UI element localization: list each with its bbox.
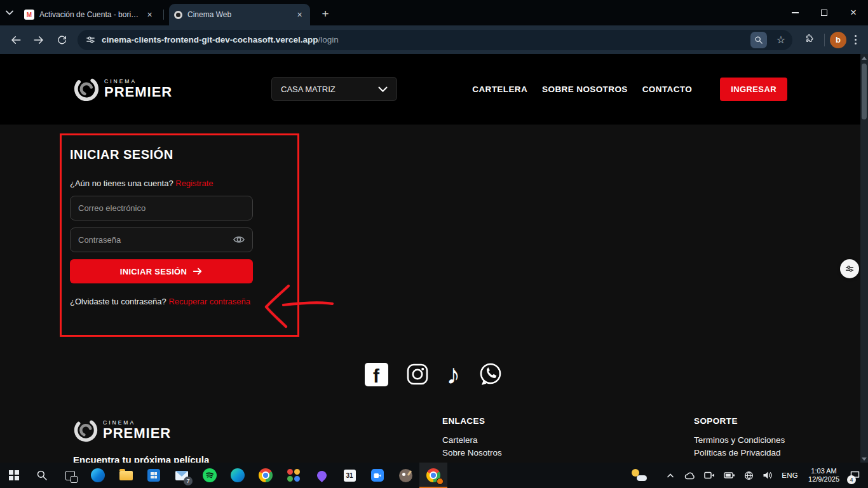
edge-beta-icon	[231, 468, 245, 482]
tab-title: Activación de Cuenta - borisscr	[39, 10, 139, 19]
app-icon-chrome-active[interactable]	[419, 463, 447, 488]
extensions-button[interactable]	[797, 29, 819, 51]
nav-cartelera[interactable]: CARTELERA	[472, 85, 527, 94]
colorful-dots-icon	[287, 469, 300, 482]
register-link[interactable]: Registrate	[175, 179, 213, 188]
close-window-button[interactable]: ×	[839, 0, 868, 25]
weather-button[interactable]	[626, 463, 653, 488]
profile-avatar[interactable]: b	[830, 32, 846, 48]
footer-link-cartelera[interactable]: Cartelera	[442, 434, 502, 447]
app-icon-purple-drop[interactable]	[308, 463, 336, 488]
purple-drop-icon	[315, 468, 328, 482]
volume-indicator[interactable]	[758, 463, 777, 488]
page-scrollbar[interactable]	[860, 54, 868, 463]
page-viewport: CINEMA PREMIER CASA MATRIZ CARTELERA SOB…	[0, 54, 868, 463]
reload-button[interactable]	[51, 29, 72, 51]
password-input[interactable]	[70, 227, 253, 252]
branch-selector[interactable]: CASA MATRIZ	[271, 77, 397, 101]
facebook-icon[interactable]: f	[365, 363, 388, 386]
app-icon-edge-beta[interactable]	[224, 463, 252, 488]
app-icon-chrome[interactable]	[252, 463, 280, 488]
chrome-icon	[259, 468, 273, 482]
tab-search-button[interactable]	[0, 0, 19, 25]
tab-close-icon[interactable]: ×	[144, 10, 155, 20]
footer-link-terminos[interactable]: Terminos y Condiciones	[694, 434, 785, 447]
start-button[interactable]	[0, 463, 28, 488]
premier-logo-icon	[73, 417, 98, 443]
password-visibility-toggle[interactable]	[233, 234, 245, 248]
forward-icon	[33, 34, 44, 46]
edge-icon	[91, 468, 105, 482]
back-button[interactable]	[5, 29, 27, 51]
footer-link-privacidad[interactable]: Políticas de Privacidad	[694, 447, 785, 459]
scroll-up-arrow[interactable]	[860, 54, 868, 62]
tab-close-icon[interactable]: ×	[294, 10, 305, 20]
battery-indicator[interactable]	[719, 463, 740, 488]
maximize-button[interactable]	[810, 0, 839, 25]
nav-sobre-nosotros[interactable]: SOBRE NOSOTROS	[542, 85, 628, 94]
cinema-favicon	[174, 11, 182, 19]
app-icon-gimp[interactable]	[391, 463, 419, 488]
main-nav: CARTELERA SOBRE NOSOTROS CONTACTO INGRES…	[472, 54, 787, 125]
weather-icon	[630, 468, 647, 482]
ingresar-button[interactable]: INGRESAR	[720, 78, 787, 101]
profile-badge	[437, 478, 444, 485]
footer-logo[interactable]: CINEMA PREMIER	[73, 417, 171, 443]
magnifier-icon	[754, 36, 763, 44]
app-icon-colorful[interactable]	[280, 463, 308, 488]
network-indicator[interactable]	[740, 463, 758, 488]
minimize-button[interactable]	[780, 0, 810, 25]
app-icon-spotify[interactable]	[196, 463, 224, 488]
premier-logo-icon	[73, 76, 100, 102]
toolbar-divider	[824, 34, 825, 46]
gmail-favicon: M	[24, 10, 34, 20]
task-view-icon	[65, 471, 75, 480]
tab-gmail[interactable]: M Activación de Cuenta - borisscr ×	[19, 4, 160, 25]
task-view-button[interactable]	[56, 463, 84, 488]
app-icon-zoom[interactable]	[363, 463, 391, 488]
footer-soporte-column: SOPORTE Terminos y Condiciones Políticas…	[694, 416, 785, 459]
app-icon-calendar[interactable]: 31	[336, 463, 363, 488]
app-icon-store[interactable]	[140, 463, 168, 488]
site-header: CINEMA PREMIER CASA MATRIZ CARTELERA SOB…	[0, 54, 868, 125]
search-button[interactable]	[28, 463, 56, 488]
tab-cinema-web[interactable]: Cinema Web ×	[169, 4, 310, 25]
clock-time: 1:03 AM	[811, 467, 836, 475]
new-tab-button[interactable]: +	[316, 5, 334, 23]
address-bar[interactable]: cinema-clients-frontend-git-dev-cochasof…	[78, 30, 792, 50]
taskbar-clock[interactable]: 1:03 AM 12/9/2025	[803, 463, 845, 488]
footer-link-sobre-nosotros[interactable]: Sobre Nosotros	[442, 447, 502, 459]
onedrive-button[interactable]	[679, 463, 700, 488]
footer-enlaces-column: ENLACES Cartelera Sobre Nosotros	[442, 416, 502, 459]
bookmark-star-icon[interactable]: ☆	[773, 34, 789, 46]
zoom-indicator-button[interactable]	[750, 32, 767, 48]
scrollbar-thumb[interactable]	[862, 64, 867, 119]
instagram-icon[interactable]	[405, 362, 430, 387]
branch-selected-value: CASA MATRIZ	[281, 85, 336, 94]
app-icon-mail[interactable]: 7	[168, 463, 196, 488]
taskbar: 7 31	[0, 463, 868, 488]
footer-tagline: Encuentra tu próxima película	[73, 454, 209, 463]
tiktok-icon[interactable]: ♪	[447, 360, 461, 388]
battery-icon	[724, 471, 735, 479]
action-center-button[interactable]: 4	[845, 463, 867, 488]
site-logo[interactable]: CINEMA PREMIER	[73, 76, 172, 102]
login-submit-button[interactable]: INICIAR SESIÓN	[70, 259, 253, 283]
forward-button[interactable]	[28, 29, 50, 51]
nav-contacto[interactable]: CONTACTO	[642, 85, 692, 94]
app-icon-edge[interactable]	[84, 463, 112, 488]
whatsapp-icon[interactable]	[477, 361, 504, 388]
app-icon-file-explorer[interactable]	[112, 463, 140, 488]
email-input[interactable]	[70, 196, 253, 220]
language-indicator[interactable]: ENG	[777, 463, 803, 488]
scroll-down-arrow[interactable]	[860, 455, 868, 463]
meet-now-button[interactable]	[700, 463, 719, 488]
url-text: cinema-clients-frontend-git-dev-cochasof…	[102, 35, 745, 44]
recover-password-link[interactable]: Recuperar contraseña	[168, 297, 250, 306]
chevron-down-icon	[378, 86, 388, 92]
floating-widget-button[interactable]	[840, 259, 859, 278]
windows-logo-icon	[9, 470, 19, 480]
hidden-icons-button[interactable]	[661, 463, 679, 488]
browser-window: M Activación de Cuenta - borisscr × Cine…	[0, 0, 868, 54]
browser-menu-button[interactable]	[848, 29, 863, 51]
